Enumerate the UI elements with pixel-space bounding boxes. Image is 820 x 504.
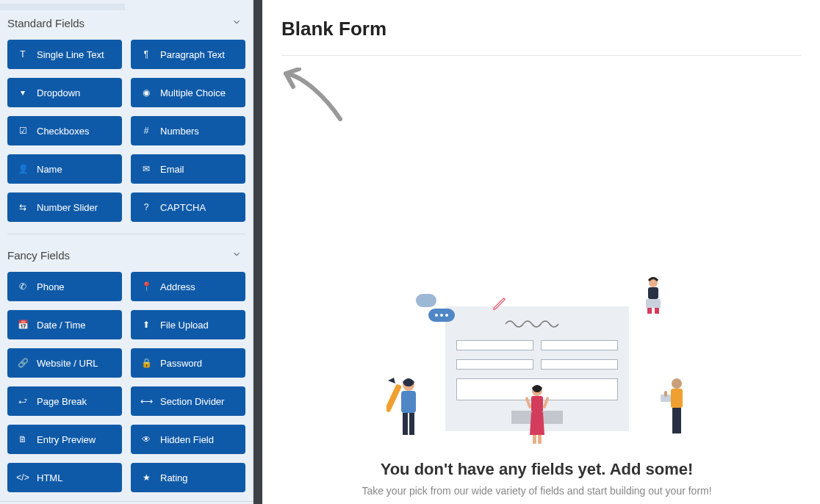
field-name[interactable]: 👤Name: [7, 154, 122, 184]
envelope-icon: ✉: [140, 164, 153, 174]
chevron-down-icon: [231, 17, 242, 29]
svg-rect-22: [647, 308, 652, 314]
field-address[interactable]: 📍Address: [131, 272, 245, 301]
svg-rect-9: [533, 435, 536, 444]
svg-rect-15: [672, 408, 677, 433]
field-section-divider[interactable]: ⟷Section Divider: [131, 386, 245, 416]
svg-rect-2: [403, 413, 408, 435]
field-rating[interactable]: ★Rating: [131, 463, 245, 492]
eye-icon: 👁: [140, 434, 153, 444]
field-date-time[interactable]: 📅Date / Time: [7, 310, 122, 339]
field-dropdown[interactable]: ▾Dropdown: [7, 78, 122, 107]
field-file-upload[interactable]: ⬆File Upload: [131, 310, 245, 339]
field-number-slider[interactable]: ⇆Number Slider: [7, 192, 122, 222]
sidebar-tabs: [0, 0, 253, 7]
svg-rect-1: [401, 391, 416, 413]
preview-icon: 🗎: [16, 434, 29, 444]
field-numbers[interactable]: #Numbers: [131, 116, 245, 145]
svg-rect-14: [671, 389, 683, 408]
star-icon: ★: [140, 472, 153, 483]
tab-add-fields[interactable]: [0, 4, 125, 10]
svg-rect-18: [664, 391, 667, 397]
paragraph-icon: ¶: [140, 49, 153, 60]
slider-icon: ⇆: [16, 202, 29, 212]
user-icon: 👤: [16, 164, 29, 174]
pagebreak-icon: ⮐: [16, 396, 29, 406]
lock-icon: 🔒: [140, 358, 153, 368]
field-captcha[interactable]: ?CAPTCHA: [131, 192, 245, 222]
svg-marker-5: [388, 378, 395, 384]
code-icon: </>: [16, 472, 29, 483]
svg-marker-8: [530, 412, 544, 435]
radio-icon: ◉: [140, 87, 153, 98]
fields-sidebar: Standard Fields TSingle Line Text ¶Parag…: [0, 0, 253, 504]
field-paragraph-text[interactable]: ¶Paragraph Text: [131, 40, 245, 69]
svg-rect-11: [525, 397, 531, 408]
divider-icon: ⟷: [140, 396, 153, 406]
title-underline: [281, 55, 801, 56]
empty-heading: You don't have any fields yet. Add some!: [381, 460, 694, 479]
empty-illustration: ～～: [412, 281, 662, 442]
svg-rect-4: [386, 384, 402, 413]
checkbox-icon: ☑: [16, 126, 29, 136]
link-icon: 🔗: [16, 358, 29, 368]
svg-rect-12: [542, 397, 549, 408]
svg-rect-7: [531, 396, 543, 412]
section-fancy-fields[interactable]: Fancy Fields: [0, 239, 253, 272]
field-phone[interactable]: ✆Phone: [7, 272, 122, 301]
hash-icon: #: [140, 126, 153, 136]
field-email[interactable]: ✉Email: [131, 154, 245, 184]
svg-point-13: [672, 378, 682, 389]
field-password[interactable]: 🔒Password: [131, 348, 245, 378]
field-multiple-choice[interactable]: ◉Multiple Choice: [131, 78, 245, 107]
captcha-icon: ?: [140, 202, 153, 212]
section-title: Fancy Fields: [7, 249, 70, 262]
phone-icon: ✆: [16, 281, 29, 292]
hint-arrow-icon: [281, 68, 801, 126]
svg-rect-16: [677, 408, 681, 433]
empty-state: ～～ You don't have any fields yet. Add so…: [253, 281, 820, 504]
svg-rect-20: [648, 287, 658, 299]
field-single-line-text[interactable]: TSingle Line Text: [7, 40, 122, 69]
field-page-break[interactable]: ⮐Page Break: [7, 386, 122, 416]
empty-subtext: Take your pick from our wide variety of …: [362, 485, 711, 497]
standard-fields-grid: TSingle Line Text ¶Paragraph Text ▾Dropd…: [0, 40, 253, 222]
fancy-fields-grid: ✆Phone 📍Address 📅Date / Time ⬆File Uploa…: [0, 272, 253, 492]
svg-rect-10: [538, 435, 542, 444]
field-hidden-field[interactable]: 👁Hidden Field: [131, 425, 245, 454]
field-html[interactable]: </>HTML: [7, 463, 122, 492]
field-website-url[interactable]: 🔗Website / URL: [7, 348, 122, 378]
form-canvas: Blank Form ～～ You don't have any fi: [253, 0, 820, 504]
dropdown-icon: ▾: [16, 87, 29, 98]
section-divider-line: [7, 234, 245, 234]
chevron-down-icon: [231, 249, 242, 262]
text-icon: T: [16, 49, 29, 60]
upload-icon: ⬆: [140, 320, 153, 330]
section-standard-fields[interactable]: Standard Fields: [0, 7, 253, 40]
svg-rect-21: [646, 299, 661, 308]
pin-icon: 📍: [140, 281, 153, 292]
section-divider-line: [0, 501, 253, 502]
svg-rect-23: [655, 308, 659, 314]
field-entry-preview[interactable]: 🗎Entry Preview: [7, 425, 122, 454]
field-checkboxes[interactable]: ☑Checkboxes: [7, 116, 122, 145]
svg-rect-3: [409, 413, 414, 435]
calendar-icon: 📅: [16, 320, 29, 330]
section-title: Standard Fields: [7, 17, 84, 29]
form-title: Blank Form: [281, 18, 801, 40]
